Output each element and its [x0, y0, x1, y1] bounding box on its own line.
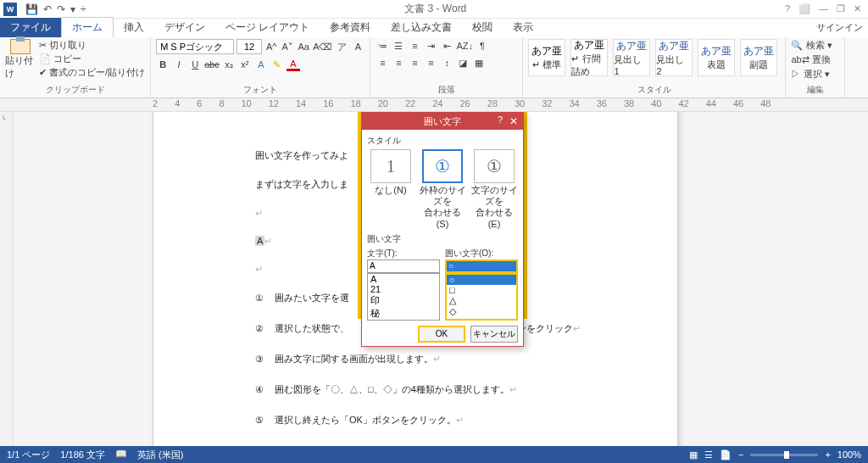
numbering-button[interactable]: ☰: [392, 39, 405, 53]
tab-view[interactable]: 表示: [503, 18, 543, 37]
list-item[interactable]: 21: [368, 284, 439, 294]
font-name-select[interactable]: M S Pゴシック: [156, 39, 234, 54]
indent-left-button[interactable]: ⇤: [440, 39, 453, 53]
line-spacing-button[interactable]: ↕: [440, 56, 453, 70]
list-item[interactable]: 遠: [368, 320, 439, 321]
format-painter-button[interactable]: ✔ 書式のコピー/貼り付け: [39, 66, 145, 79]
select-button[interactable]: ▷ 選択 ▾: [791, 68, 832, 81]
dialog-close-icon[interactable]: ✕: [504, 113, 523, 130]
paste-button[interactable]: 貼り付け: [5, 39, 36, 80]
status-proofing-icon[interactable]: 📖: [115, 449, 127, 461]
style-option-enlarge[interactable]: ① 文字のサイズを 合わせる(E): [470, 149, 518, 230]
borders-button[interactable]: ▦: [472, 56, 486, 70]
style-tile[interactable]: あア亜見出し 2: [655, 39, 693, 76]
font-size-select[interactable]: 12: [236, 39, 262, 54]
char-listbox[interactable]: A21印秘遠: [367, 273, 440, 321]
indent-right-button[interactable]: ⇥: [424, 39, 437, 53]
change-case-button[interactable]: Aa: [297, 40, 310, 53]
highlight-button[interactable]: ✎: [270, 58, 284, 71]
tab-page-layout[interactable]: ページ レイアウト: [215, 18, 320, 37]
enclose-char-button[interactable]: A: [351, 40, 364, 53]
clear-format-button[interactable]: A⌫: [313, 40, 332, 53]
multilevel-button[interactable]: ≡: [408, 39, 421, 53]
list-item[interactable]: □: [447, 285, 516, 295]
list-item[interactable]: 印: [368, 294, 439, 307]
strike-button[interactable]: abc: [204, 58, 220, 71]
zoom-out-button[interactable]: −: [738, 449, 743, 460]
bullets-button[interactable]: ≔: [376, 39, 389, 53]
tab-file[interactable]: ファイル: [0, 18, 61, 37]
enclosure-input[interactable]: [445, 259, 518, 273]
sign-in-link[interactable]: サインイン: [816, 21, 863, 34]
tab-references[interactable]: 参考資料: [320, 18, 381, 37]
redo-icon[interactable]: ↷: [57, 3, 65, 15]
style-option-none[interactable]: 1 なし(N): [367, 149, 415, 230]
qat-dropdown-icon[interactable]: ▾: [70, 3, 75, 15]
align-center-button[interactable]: ≡: [392, 56, 405, 70]
subscript-button[interactable]: x₂: [222, 58, 236, 71]
replace-button[interactable]: ab⇄ 置換: [791, 53, 832, 66]
shrink-font-button[interactable]: A˅: [281, 40, 294, 53]
ribbon-help-icon[interactable]: ?: [785, 3, 790, 14]
list-item[interactable]: A: [368, 274, 439, 284]
style-tile[interactable]: あア亜見出し 1: [613, 39, 650, 76]
zoom-slider[interactable]: [750, 454, 818, 456]
selected-text[interactable]: A: [255, 236, 264, 246]
bold-button[interactable]: B: [156, 58, 170, 71]
enclosure-listbox[interactable]: ○□△◇: [445, 273, 518, 321]
horizontal-ruler[interactable]: 2468101214161820222426283032343638404244…: [0, 98, 868, 112]
style-tile[interactable]: あア亜↵ 行間詰め: [570, 39, 608, 76]
dialog-help-icon[interactable]: ?: [498, 114, 503, 125]
zoom-in-button[interactable]: +: [825, 449, 830, 460]
ribbon: 貼り付け ✂ 切り取り 📄 コピー ✔ 書式のコピー/貼り付け クリップボード …: [0, 37, 868, 98]
window-title: 文書 3 - Word: [86, 2, 785, 16]
list-item[interactable]: △: [447, 295, 516, 306]
sort-button[interactable]: AZ↓: [456, 39, 473, 53]
tab-insert[interactable]: 挿入: [114, 18, 154, 37]
style-tile[interactable]: あア亜表題: [698, 39, 735, 76]
list-item[interactable]: ○: [447, 275, 516, 285]
style-option-shrink[interactable]: ① 外枠のサイズを 合わせる(S): [419, 149, 466, 230]
superscript-button[interactable]: x²: [238, 58, 252, 71]
view-print-layout-icon[interactable]: ▦: [689, 449, 698, 460]
list-item[interactable]: ◇: [447, 306, 516, 317]
tab-design[interactable]: デザイン: [154, 18, 215, 37]
tab-home[interactable]: ホーム: [61, 17, 114, 37]
window-close-icon[interactable]: ✕: [854, 3, 861, 14]
view-web-layout-icon[interactable]: 📄: [720, 449, 732, 460]
status-language[interactable]: 英語 (米国): [137, 449, 183, 461]
text-effects-button[interactable]: A: [254, 58, 268, 71]
window-maximize-icon[interactable]: ❐: [837, 3, 845, 14]
phonetic-guide-button[interactable]: ア: [335, 40, 348, 53]
vertical-ruler[interactable]: L: [0, 112, 14, 446]
cancel-button[interactable]: キャンセル: [470, 326, 518, 343]
ok-button[interactable]: OK: [418, 326, 465, 343]
align-justify-button[interactable]: ≡: [424, 56, 437, 70]
undo-icon[interactable]: ↶: [43, 3, 52, 15]
char-input[interactable]: [367, 259, 440, 273]
cut-button[interactable]: ✂ 切り取り: [39, 39, 145, 52]
window-minimize-icon[interactable]: —: [819, 3, 828, 14]
italic-button[interactable]: I: [172, 58, 186, 71]
shading-button[interactable]: ◪: [456, 56, 470, 70]
save-icon[interactable]: 💾: [25, 3, 38, 15]
tab-review[interactable]: 校閲: [462, 18, 503, 37]
underline-button[interactable]: U: [188, 58, 202, 71]
align-right-button[interactable]: ≡: [408, 56, 421, 70]
font-color-button[interactable]: A: [287, 58, 300, 71]
status-page[interactable]: 1/1 ページ: [7, 449, 50, 461]
style-tile[interactable]: あア亜副題: [740, 39, 777, 76]
dialog-titlebar[interactable]: 囲い文字 ? ✕: [362, 113, 523, 130]
find-button[interactable]: 🔍 検索 ▾: [791, 39, 832, 52]
ribbon-display-options-icon[interactable]: ⬜: [798, 3, 810, 14]
view-read-mode-icon[interactable]: ☰: [704, 449, 713, 460]
list-item[interactable]: 秘: [368, 307, 439, 320]
style-tile[interactable]: あア亜↵ 標準: [528, 39, 565, 76]
tab-mailings[interactable]: 差し込み文書: [381, 18, 462, 37]
align-left-button[interactable]: ≡: [376, 56, 389, 70]
copy-button[interactable]: 📄 コピー: [39, 53, 145, 65]
show-marks-button[interactable]: ¶: [476, 39, 489, 53]
zoom-level[interactable]: 100%: [837, 449, 861, 460]
grow-font-button[interactable]: A^: [264, 40, 278, 53]
status-word-count[interactable]: 1/186 文字: [60, 449, 105, 461]
